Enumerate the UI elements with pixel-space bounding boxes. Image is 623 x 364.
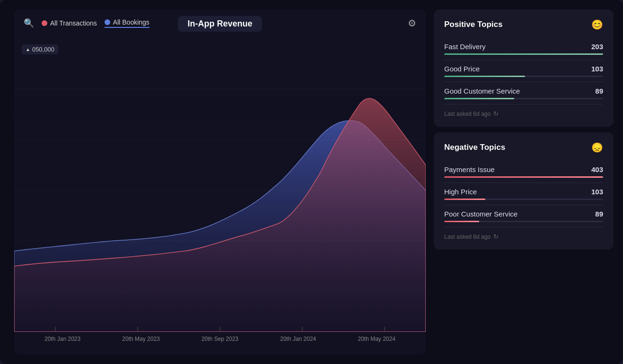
negative-bar-fill-1 — [444, 199, 485, 200]
bookings-dot — [105, 19, 110, 25]
negative-topic-count-1: 103 — [591, 188, 603, 196]
positive-footer-text: Last asked 6d ago — [444, 111, 491, 117]
positive-topic-row-2: Good Customer Service 89 — [444, 82, 603, 104]
negative-refresh-icon[interactable]: ↻ — [493, 233, 499, 240]
negative-footer-text: Last asked 6d ago — [444, 234, 491, 240]
negative-topic-name-1: High Price — [444, 188, 477, 196]
positive-panel-footer: Last asked 6d ago ↻ — [444, 110, 603, 117]
positive-bar-bg-2 — [444, 98, 603, 99]
right-panels: Positive Topics 😊 Fast Delivery 203 Good… — [434, 9, 614, 250]
chart-svg — [14, 39, 426, 332]
negative-bar-bg-0 — [444, 176, 603, 178]
negative-topic-row-0: Payments Issue 403 — [444, 161, 603, 183]
x-label-3: 20th Jan 2024 — [280, 336, 316, 342]
negative-bar-bg-1 — [444, 199, 603, 200]
chart-panel: 🔍 All Transactions All Bookings In-App R… — [14, 9, 426, 355]
search-icon[interactable]: 🔍 — [24, 18, 34, 28]
x-label-4: 20th May 2024 — [358, 336, 395, 342]
negative-topic-name-2: Poor Customer Service — [444, 210, 518, 218]
positive-topic-count-2: 89 — [595, 87, 603, 95]
chart-controls: 🔍 All Transactions All Bookings — [24, 18, 149, 28]
positive-bar-fill-2 — [444, 98, 514, 99]
positive-topic-row-0: Fast Delivery 203 — [444, 38, 603, 60]
positive-bar-fill-1 — [444, 76, 525, 77]
positive-bar-bg-0 — [444, 53, 603, 55]
legend-transactions: All Transactions — [42, 19, 97, 27]
positive-panel-title: Positive Topics — [444, 20, 502, 29]
negative-panel-header: Negative Topics 😞 — [444, 142, 603, 153]
chart-area: ▲ 050,000 — [14, 39, 426, 332]
negative-bar-fill-2 — [444, 221, 479, 222]
positive-topic-row-1: Good Price 103 — [444, 60, 603, 82]
app-container: 🔍 All Transactions All Bookings In-App R… — [0, 0, 623, 364]
positive-refresh-icon[interactable]: ↻ — [493, 110, 499, 117]
negative-icon: 😞 — [591, 142, 603, 153]
x-label-1: 20th May 2023 — [122, 336, 159, 342]
negative-topic-row-1: High Price 103 — [444, 183, 603, 205]
chart-title-bar: 🔍 All Transactions All Bookings In-App R… — [14, 9, 426, 36]
x-label-2: 20th Sep 2023 — [202, 336, 238, 342]
arrow-icon: ▲ — [26, 47, 30, 52]
x-axis: 20th Jan 2023 20th May 2023 20th Sep 202… — [14, 332, 426, 346]
positive-topic-count-0: 203 — [591, 43, 603, 51]
negative-bar-bg-2 — [444, 221, 603, 222]
legend-bookings: All Bookings — [105, 18, 149, 28]
bookings-label: All Bookings — [113, 18, 149, 26]
positive-topic-name-2: Good Customer Service — [444, 87, 520, 95]
positive-topic-name-0: Fast Delivery — [444, 43, 486, 51]
transactions-dot — [42, 20, 47, 26]
positive-panel-header: Positive Topics 😊 — [444, 19, 603, 30]
x-label-0: 20th Jan 2023 — [44, 336, 80, 342]
negative-bar-fill-0 — [444, 176, 603, 178]
positive-topic-name-1: Good Price — [444, 65, 480, 73]
chart-title: In-App Revenue — [178, 16, 262, 32]
negative-topic-count-2: 89 — [595, 210, 603, 218]
y-axis-label: ▲ 050,000 — [22, 44, 58, 54]
positive-bar-fill-0 — [444, 53, 603, 55]
negative-panel-title: Negative Topics — [444, 143, 505, 152]
gear-icon[interactable]: ⚙ — [408, 17, 416, 29]
positive-icon: 😊 — [591, 19, 603, 30]
negative-panel-footer: Last asked 6d ago ↻ — [444, 233, 603, 240]
negative-topic-name-0: Payments Issue — [444, 165, 495, 173]
positive-bar-bg-1 — [444, 76, 603, 77]
positive-topic-count-1: 103 — [591, 65, 603, 73]
transactions-label: All Transactions — [50, 19, 97, 27]
negative-topic-count-0: 403 — [591, 165, 603, 173]
positive-topics-panel: Positive Topics 😊 Fast Delivery 203 Good… — [434, 9, 614, 127]
negative-topics-panel: Negative Topics 😞 Payments Issue 403 Hig… — [434, 132, 614, 250]
negative-topic-row-2: Poor Customer Service 89 — [444, 205, 603, 227]
